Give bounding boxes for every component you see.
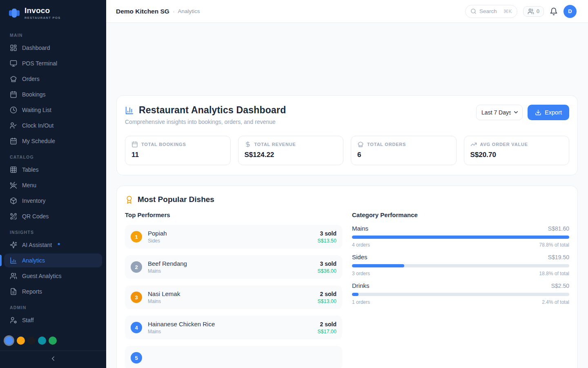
qr-code-icon <box>10 213 17 220</box>
logo: Invoco RESTAURANT POS <box>0 0 106 24</box>
category-row-mains: Mains S$81.60 4 orders 78.8% of total <box>352 225 569 248</box>
rank-badge: 1 <box>131 231 142 242</box>
stat-card-avg-order-value: Avg Order Value S$20.70 <box>464 136 570 165</box>
breadcrumb-separator: · <box>173 8 175 15</box>
search-icon <box>470 8 477 14</box>
sidebar-item-dashboard[interactable]: Dashboard <box>4 41 102 55</box>
category-revenue: S$81.60 <box>548 225 569 232</box>
chevron-left-icon <box>49 355 57 362</box>
search-box[interactable]: ⌘K <box>465 5 517 18</box>
sidebar-item-bookings[interactable]: Bookings <box>4 88 102 101</box>
stat-value: S$124.22 <box>245 151 337 159</box>
category-orders: 3 orders <box>352 271 370 276</box>
dish-sold-count: 3 sold <box>317 230 336 237</box>
main-content: Restaurant Analytics Dashboard Comprehen… <box>106 23 588 368</box>
dish-name: Popiah <box>148 230 317 237</box>
sidebar-item-label: POS Terminal <box>22 60 57 67</box>
date-range-select[interactable]: Last 7 Days <box>476 105 523 120</box>
sidebar-item-ai-assistant[interactable]: AI Assistant * <box>4 238 102 252</box>
top-performers-heading: Top Performers <box>125 211 342 218</box>
sidebar-item-pos-terminal[interactable]: POS Terminal <box>4 56 102 70</box>
dish-row-4[interactable]: 4 Hainanese Chicken Rice Mains 2 sold S$… <box>125 316 342 339</box>
sidebar-item-guest-analytics[interactable]: Guest Analytics <box>4 269 102 283</box>
category-revenue: S$19.50 <box>548 254 569 260</box>
sidebar-item-menu[interactable]: Menu <box>4 178 102 192</box>
chef-hat-icon <box>10 75 17 83</box>
sparkles-icon <box>10 241 17 249</box>
sidebar-item-staff[interactable]: Staff <box>4 313 102 327</box>
top-performers-column: Top Performers 1 Popiah Sides 3 sold S$1… <box>125 211 342 368</box>
sidebar-item-label: Dashboard <box>22 45 50 51</box>
theme-dot-green[interactable] <box>49 337 57 345</box>
sidebar-item-tables[interactable]: Tables <box>4 163 102 177</box>
bell-icon <box>550 7 558 16</box>
dish-category: Mains <box>148 329 317 334</box>
category-share: 2.4% of total <box>542 299 569 305</box>
theme-dot-teal[interactable] <box>38 337 46 345</box>
users-icon <box>528 8 534 15</box>
dish-name: Nasi Lemak <box>148 290 317 297</box>
dish-revenue: S$36.00 <box>317 268 336 274</box>
collapse-sidebar-button[interactable] <box>49 355 57 362</box>
export-button-label: Export <box>545 109 562 116</box>
dish-revenue: S$17.00 <box>317 329 336 334</box>
calendar-icon <box>10 91 17 98</box>
users-icon <box>10 272 17 280</box>
category-row-sides: Sides S$19.50 3 orders 18.8% of total <box>352 254 569 276</box>
dish-row-3[interactable]: 3 Nasi Lemak Mains 2 sold S$13.00 <box>125 285 342 309</box>
sidebar-item-label: AI Assistant <box>22 242 52 248</box>
stat-value: S$20.70 <box>470 151 563 159</box>
theme-dot-blue[interactable] <box>5 337 13 345</box>
theme-dot-orange[interactable] <box>17 337 25 345</box>
sidebar-item-clock-in-out[interactable]: Clock In/Out <box>4 119 102 132</box>
category-bar-track <box>352 293 569 296</box>
page-title: Restaurant Analytics Dashboard <box>139 105 286 116</box>
dish-row-2[interactable]: 2 Beef Rendang Mains 3 sold S$36.00 <box>125 255 342 279</box>
dish-row-5[interactable]: 5 <box>125 346 342 368</box>
sidebar-item-label: Bookings <box>22 91 46 98</box>
search-input[interactable] <box>479 8 501 14</box>
analytics-overview-card: Restaurant Analytics Dashboard Comprehen… <box>116 95 578 175</box>
category-performance-column: Category Performance Mains S$81.60 4 ord… <box>352 211 569 368</box>
package-icon <box>10 197 17 204</box>
notifications-button[interactable] <box>550 7 558 16</box>
sidebar-item-qr-codes[interactable]: QR Codes <box>4 209 102 223</box>
calendar-days-icon <box>10 137 17 145</box>
stat-card-total-bookings: Total Bookings 11 <box>125 136 231 165</box>
monitor-icon <box>10 60 17 67</box>
current-page-label: Analytics <box>178 8 200 14</box>
sidebar-item-label: My Schedule <box>22 138 55 144</box>
search-shortcut-hint: ⌘K <box>503 9 512 14</box>
date-range-select-wrap: Last 7 Days <box>476 105 523 120</box>
dish-category: Sides <box>148 238 317 244</box>
stat-value: 11 <box>131 151 224 159</box>
sidebar-item-analytics[interactable]: Analytics <box>4 254 102 267</box>
trending-up-icon <box>470 141 477 148</box>
app-name: Invoco <box>24 7 61 15</box>
sidebar-item-label: Waiting List <box>22 107 51 113</box>
sidebar-item-waiting-list[interactable]: Waiting List <box>4 103 102 117</box>
sidebar-item-orders[interactable]: Orders <box>4 72 102 86</box>
export-button[interactable]: Export <box>528 105 569 120</box>
avatar[interactable]: D <box>564 5 577 18</box>
stat-label: Avg Order Value <box>480 142 528 147</box>
occupancy-count: 0 <box>537 9 539 14</box>
nav-section-admin: Admin <box>4 305 102 310</box>
category-name: Mains <box>352 225 368 232</box>
dish-row-1[interactable]: 1 Popiah Sides 3 sold S$13.50 <box>125 225 342 249</box>
occupancy-badge[interactable]: 0 <box>523 6 544 17</box>
page-subtitle: Comprehensive insights into bookings, or… <box>125 119 286 125</box>
ai-assistant-badge: * <box>58 241 60 248</box>
sidebar-item-label: Orders <box>22 76 40 82</box>
category-share: 18.8% of total <box>539 271 569 276</box>
popular-dishes-card: Most Popular Dishes Top Performers 1 Pop… <box>116 186 578 368</box>
sidebar-item-reports[interactable]: Reports <box>4 285 102 298</box>
grid-icon <box>10 166 17 173</box>
dish-name: Beef Rendang <box>148 260 317 267</box>
sidebar-item-inventory[interactable]: Inventory <box>4 194 102 208</box>
sidebar-item-my-schedule[interactable]: My Schedule <box>4 134 102 148</box>
bar-chart-icon <box>10 257 17 264</box>
theme-dot-black[interactable] <box>27 337 36 345</box>
rank-badge: 4 <box>131 322 142 333</box>
category-bar-fill <box>352 264 404 267</box>
